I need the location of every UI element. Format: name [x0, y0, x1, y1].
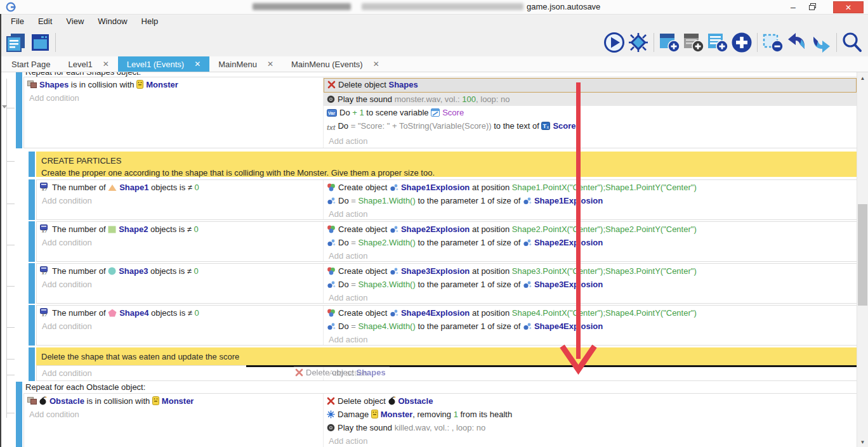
action-row[interactable]: Create object Shape1Explosion at positio… [324, 181, 857, 194]
comment-block[interactable]: CREATE PARTICLESCreate the proper one ac… [29, 152, 857, 177]
action-row[interactable]: Delete object Obstacle [324, 394, 857, 408]
play-icon[interactable] [603, 31, 626, 54]
text-span: Shape3.PointX("Center");Shape3.PointY("C… [512, 266, 697, 276]
scroll-down-icon[interactable]: ▼ [857, 439, 868, 445]
add-action-button[interactable]: Add action [324, 333, 857, 346]
action-row[interactable]: Damage Monster, removing 1 from its heal… [324, 408, 857, 421]
event-body: x?The number of Shape4 objects is ≠ 0Add… [36, 305, 857, 346]
add-action-button[interactable]: Add action [324, 366, 857, 380]
debug-icon[interactable] [627, 31, 650, 54]
condition-row[interactable]: x?The number of Shape4 objects is ≠ 0 [37, 306, 323, 320]
tab-label: Level1 [68, 60, 92, 69]
particle-icon [390, 225, 398, 233]
search-icon[interactable] [841, 31, 864, 54]
text-span: at position [470, 308, 512, 318]
text-span: Create object [338, 224, 390, 234]
menu-view[interactable]: View [59, 15, 91, 29]
add-condition-button[interactable]: Add condition [37, 320, 323, 333]
tab-level1-events[interactable]: Level1 (Events)✕ [118, 56, 209, 72]
tab-close-icon[interactable]: ✕ [373, 60, 379, 68]
add-action-button[interactable]: Add action [324, 434, 857, 447]
delete-selection-icon[interactable] [761, 31, 784, 54]
add-condition-button[interactable]: Add condition [37, 278, 323, 291]
action-row[interactable]: VarDo + 1 to scene variable Score [324, 106, 857, 119]
comment-block[interactable]: Delete the shape that was eaten and upda… [29, 347, 857, 365]
maximize-restore-button[interactable] [803, 0, 821, 13]
create-icon [327, 267, 336, 275]
action-row[interactable]: Delete object Shapes [324, 78, 857, 93]
vertical-scrollbar[interactable]: ▲ ▼ [857, 72, 868, 447]
text-span: The number of [52, 308, 108, 318]
add-condition-button[interactable]: Add condition [37, 366, 323, 380]
text-span: Shape2 [119, 224, 148, 234]
repeat-event-header[interactable]: Repeat for each Obstacle object: [16, 382, 857, 393]
text-span: Shape1.Width() [358, 196, 415, 205]
action-row[interactable]: Create object Shape2Explosion at positio… [324, 223, 857, 236]
tab-level1[interactable]: Level1✕ [59, 56, 117, 72]
tab-start-page[interactable]: Start Page [3, 56, 59, 72]
condition-row[interactable]: x?The number of Shape2 objects is ≠ 0 [37, 223, 323, 236]
repeat-event-header[interactable]: Repeat for each Shapes object: [16, 72, 857, 77]
svg-text:x?: x? [42, 312, 47, 317]
condition-row[interactable]: Obstacle is in collision with Monster [24, 394, 323, 408]
add-subevent-icon[interactable] [682, 31, 705, 54]
close-button[interactable]: ✕ [833, 1, 864, 13]
damage-icon [327, 410, 335, 418]
tab-label: MainMenu [218, 60, 257, 69]
conditions-column: x?The number of Shape3 objects is ≠ 0Add… [37, 264, 324, 303]
condition-row[interactable]: x?The number of Shape3 objects is ≠ 0 [37, 264, 323, 278]
add-condition-button[interactable]: Add condition [24, 91, 323, 105]
add-condition-button[interactable]: Add condition [37, 236, 323, 249]
redo-icon[interactable] [810, 31, 832, 54]
add-action-button[interactable]: Add action [324, 207, 857, 221]
undo-icon[interactable] [786, 31, 808, 54]
condition-row[interactable]: x?The number of Shape1 objects is ≠ 0 [37, 181, 323, 194]
text-span: to the parameter 1 of size of [416, 238, 523, 247]
tab-close-icon[interactable]: ✕ [103, 60, 109, 68]
conditions-column: Obstacle is in collision with MonsterAdd… [24, 394, 324, 447]
menu-edit[interactable]: Edit [31, 15, 59, 29]
text-span: to the parameter 1 of size of [416, 321, 523, 331]
action-row[interactable]: Do = Shape4.Width() to the parameter 1 o… [324, 320, 857, 333]
add-action-button[interactable]: Add action [324, 134, 857, 148]
scrollbar-thumb[interactable] [858, 204, 867, 306]
tab-mainmenu[interactable]: MainMenu✕ [209, 56, 282, 72]
menu-window[interactable]: Window [91, 15, 134, 29]
event-block: x?The number of Shape4 objects is ≠ 0Add… [29, 305, 857, 346]
action-row[interactable]: txtDo = "Score: " + ToString(Variable(Sc… [324, 119, 857, 134]
action-row[interactable]: Do = Shape3.Width() to the parameter 1 o… [324, 278, 857, 291]
text-span: Do [338, 238, 351, 247]
add-condition-button[interactable]: Add condition [24, 408, 323, 421]
tab-mainmenu-events[interactable]: MainMenu (Events)✕ [282, 56, 388, 72]
project-manager-icon[interactable] [4, 31, 27, 54]
add-action-button[interactable]: Add action [324, 249, 857, 262]
add-plus-icon[interactable] [730, 31, 753, 54]
add-comment-icon[interactable] [706, 31, 729, 54]
action-row[interactable]: Do = Shape1.Width() to the parameter 1 o… [324, 194, 857, 207]
add-event-icon[interactable] [658, 31, 681, 54]
action-row[interactable]: Do = Shape2.Width() to the parameter 1 o… [324, 236, 857, 249]
tab-label: Level1 (Events) [127, 60, 184, 69]
action-row[interactable]: Play the sound killed.wav, vol.: , loop:… [324, 421, 857, 434]
action-row[interactable]: Create object Shape4Explosion at positio… [324, 306, 857, 320]
tab-close-icon[interactable]: ✕ [194, 60, 201, 68]
add-action-button[interactable]: Add action [324, 291, 857, 304]
scroll-up-icon[interactable]: ▲ [857, 75, 868, 81]
text-object-icon: Tx [541, 122, 550, 130]
text-span: Damage [338, 410, 371, 419]
menu-help[interactable]: Help [135, 15, 166, 29]
event-indent-bar [29, 347, 35, 365]
text-span: objects is [148, 266, 187, 276]
scene-editor-icon[interactable] [29, 31, 51, 54]
minimize-button[interactable]: – [784, 0, 802, 13]
particle-icon [390, 183, 398, 191]
action-row[interactable]: Play the sound monster.wav, vol.: 100, l… [324, 93, 857, 106]
text-span: Create object [338, 183, 390, 192]
tab-close-icon[interactable]: ✕ [267, 60, 273, 68]
condition-row[interactable]: Shapes is in collision with Monster [24, 78, 323, 91]
conditions-column: x?The number of Shape1 objects is ≠ 0Add… [37, 180, 324, 219]
menu-file[interactable]: File [4, 15, 31, 29]
text-span: Shape2.PointX("Center");Shape2.PointY("C… [512, 224, 697, 234]
action-row[interactable]: Create object Shape3Explosion at positio… [324, 264, 857, 278]
add-condition-button[interactable]: Add condition [37, 194, 323, 207]
